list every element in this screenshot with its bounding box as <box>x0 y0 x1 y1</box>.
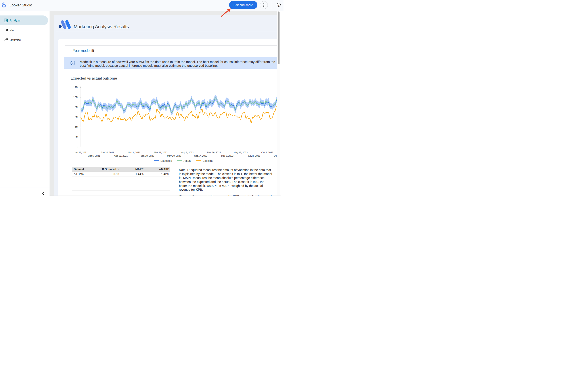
kebab-dot <box>263 5 264 6</box>
info-icon <box>70 61 75 65</box>
banner-text: Model fit is a measure of how well your … <box>80 60 277 68</box>
col-header-mape[interactable]: MAPE <box>120 168 145 171</box>
app-title: Looker Studio <box>10 0 32 11</box>
sidebar-item-label: Analyze <box>10 19 20 22</box>
top-app-bar: Looker Studio Edit and share ? <box>0 0 284 11</box>
sidebar-item-optimize[interactable]: Optimize <box>0 35 50 45</box>
x-tick-label: Aug 23, 2021 <box>114 154 128 157</box>
x-tick-label: Oct 2, 2023 <box>261 151 273 154</box>
sidebar-nav: Analyze Plan Optimize <box>0 15 50 45</box>
x-tick-label: Apr 5, 2021 <box>88 154 100 157</box>
collapse-sidebar-button[interactable] <box>41 191 46 196</box>
page-divider <box>56 31 277 31</box>
x-tick-label: Oct 17, 2022 <box>194 154 207 157</box>
x-tick-label: Dec 26, 2022 <box>207 151 221 154</box>
x-tick-label: Jan 25, 2021 <box>74 151 87 154</box>
y-tick-label: 10M <box>73 96 78 98</box>
col-header-rsquared[interactable]: R Squared <box>97 168 120 171</box>
help-icon: ? <box>276 2 281 7</box>
chevron-left-icon <box>41 191 46 196</box>
horizontal-scrollbar-thumb[interactable] <box>51 196 258 196</box>
info-banner: Model fit is a measure of how well your … <box>64 57 277 69</box>
col-header-rsquared-label: R Squared <box>102 168 116 171</box>
report-content-area: Marketing Analysis Results Your model fi… <box>50 11 284 196</box>
x-tick-label: Aug 8, 2022 <box>181 151 193 154</box>
looker-studio-logo-icon <box>0 0 8 9</box>
cell-dataset: All Data <box>72 172 97 176</box>
cell-rsquared: 0.93 <box>97 172 120 176</box>
analytics-icon <box>3 18 8 23</box>
report-page: Marketing Analysis Results Your model fi… <box>54 15 277 196</box>
model-fit-inner-card: Your model fit Model fit is a measure of… <box>64 45 277 196</box>
sidebar-item-plan[interactable]: Plan <box>0 25 50 35</box>
model-fit-card: Your model fit Model fit is a measure of… <box>58 39 277 196</box>
legend-swatch-actual <box>177 160 182 161</box>
help-button[interactable]: ? <box>276 2 281 7</box>
x-tick-label: Mar 6, 2023 <box>221 154 233 157</box>
x-tick-label: May 15, 2023 <box>233 151 247 154</box>
y-tick-label: 0 <box>77 146 78 148</box>
marketing-platform-logo <box>58 20 72 29</box>
kebab-dot <box>263 6 264 7</box>
cell-wmape: 1.42% <box>145 172 170 176</box>
trending-up-icon <box>3 37 8 42</box>
section-title: Your model fit <box>73 49 94 53</box>
vertical-scrollbar-thumb[interactable] <box>278 12 280 64</box>
sort-desc-icon <box>117 169 119 170</box>
x-tick-label: Nov 1, 2021 <box>128 151 140 154</box>
toggle-icon <box>3 28 8 33</box>
legend-label: Expected <box>160 159 172 162</box>
y-tick-label: 6M <box>74 116 78 118</box>
x-tick-label: Jun 14, 2021 <box>101 151 114 154</box>
header-divider <box>272 1 272 9</box>
col-header-wmape[interactable]: wMAPE <box>145 168 170 171</box>
table-row: All Data 0.93 1.44% 1.42% <box>72 172 170 177</box>
y-tick-label: 2M <box>74 136 78 138</box>
chart-title: Expected vs actual outcome <box>71 76 117 81</box>
legend-swatch-baseline <box>196 160 201 161</box>
y-tick-label: 4M <box>74 126 78 128</box>
sidebar: Analyze Plan Optimize <box>0 11 50 196</box>
sidebar-item-label: Optimize <box>10 38 21 42</box>
more-options-button[interactable] <box>260 1 268 9</box>
edit-and-share-button[interactable]: Edit and share <box>229 1 257 9</box>
cell-mape: 1.44% <box>120 172 145 176</box>
model-fit-table: Dataset R Squared MAPE wMAPE All Data 0.… <box>72 167 170 191</box>
x-tick-label: Jul 24, 2023 <box>248 154 260 157</box>
sidebar-item-analyze[interactable]: Analyze <box>0 15 50 25</box>
table-header-row: Dataset R Squared MAPE wMAPE <box>72 167 170 172</box>
x-tick-label: Jan 10, 2022 <box>141 154 154 157</box>
sidebar-item-label: Plan <box>10 28 15 32</box>
kebab-dot <box>263 3 264 4</box>
sidebar-divider <box>0 188 50 188</box>
note-text: Note: R-squared measures the amount of v… <box>179 168 273 196</box>
report-viewport: Marketing Analysis Results Your model fi… <box>50 11 277 196</box>
x-tick-label: May 30, 2022 <box>167 154 181 157</box>
line-chart: 02M4M6M8M10M12MJan 25, 2021Jun 14, 2021N… <box>64 83 277 165</box>
y-tick-label: 8M <box>74 106 78 109</box>
legend-label: Actual <box>184 159 191 162</box>
col-header-dataset[interactable]: Dataset <box>72 168 97 171</box>
chart-legend: Expected Actual Baseline <box>154 159 213 162</box>
legend-swatch-expected <box>154 160 159 161</box>
svg-text:?: ? <box>278 3 279 6</box>
legend-label: Baseline <box>203 159 213 162</box>
report-title: Marketing Analysis Results <box>74 24 129 30</box>
note-paragraph-1: Note: R-squared measures the amount of v… <box>179 168 273 192</box>
x-tick-label: Mar 21, 2022 <box>154 151 167 154</box>
x-tick-label: Dec 11, 2023 <box>274 154 277 157</box>
y-tick-label: 12M <box>73 86 78 89</box>
gutter-divider <box>281 11 281 196</box>
